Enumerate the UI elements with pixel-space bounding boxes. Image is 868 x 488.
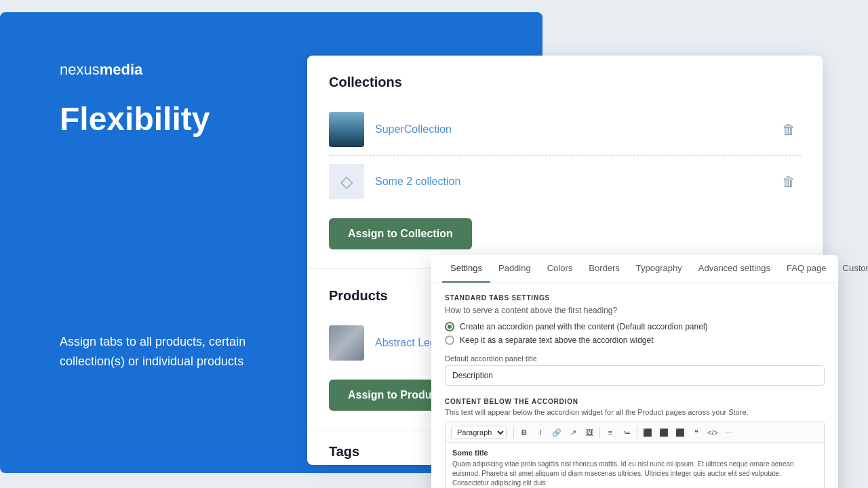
- logo: nexusmedia: [60, 61, 142, 79]
- collection-item-some2: ◇ Some 2 collection 🗑: [329, 156, 801, 207]
- radio-accordion[interactable]: Create an accordion panel with the conte…: [445, 322, 825, 331]
- radio-separate-label: Keep it as a separate text above the acc…: [460, 336, 654, 345]
- logo-text-part1: nexus: [60, 61, 100, 78]
- toolbar-sep-1: [513, 427, 514, 438]
- standard-tabs-settings-label: STANDARD TABS SETTINGS: [445, 294, 825, 302]
- some2collection-name: Some 2 collection: [375, 176, 776, 188]
- link-button[interactable]: 🔗: [549, 425, 564, 440]
- align-center-button[interactable]: ⬛: [656, 425, 671, 440]
- editor-content-title: Some title: [452, 449, 817, 457]
- settings-tabs-bar: Settings Padding Colors Borders Typograp…: [431, 255, 838, 283]
- tab-borders[interactable]: Borders: [580, 255, 628, 283]
- code-button[interactable]: </>: [705, 425, 720, 440]
- radio-separate-text[interactable]: Keep it as a separate text above the acc…: [445, 336, 825, 345]
- tab-colors[interactable]: Colors: [539, 255, 581, 283]
- abstract-thumbnail: [329, 325, 364, 361]
- settings-panel: Settings Padding Colors Borders Typograp…: [431, 255, 838, 488]
- more-options-button[interactable]: ⋯: [722, 425, 736, 440]
- bold-button[interactable]: B: [517, 425, 532, 440]
- editor-content-body: Quam adipiscing vitae proin sagittis nis…: [452, 460, 817, 488]
- tab-faq[interactable]: FAQ page: [778, 255, 835, 283]
- collections-title: Collections: [329, 75, 801, 90]
- editor-toolbar: Paragraph B I 🔗 ↗ 🖼 ≡ ≔ ⬛ ⬛ ⬛ ❝ </> ⋯: [445, 422, 825, 443]
- delete-supercollection-icon[interactable]: 🗑: [776, 119, 801, 140]
- supercollection-image: [329, 112, 364, 147]
- align-left-button[interactable]: ⬛: [640, 425, 655, 440]
- toolbar-sep-2: [599, 427, 600, 438]
- some2collection-image: ◇: [329, 164, 364, 199]
- italic-button[interactable]: I: [533, 425, 548, 440]
- image-button[interactable]: 🖼: [582, 425, 597, 440]
- tab-typography[interactable]: Typography: [628, 255, 690, 283]
- hero-heading: Flexibility: [60, 102, 210, 138]
- content-below-desc: This text will appear below the accordio…: [445, 408, 825, 416]
- default-panel-title-label: Default accordion panel title: [445, 354, 825, 363]
- radio-accordion-indicator: [445, 322, 454, 331]
- heading-question-label: How to serve a content above the first h…: [445, 306, 825, 315]
- default-panel-title-input[interactable]: [445, 365, 825, 386]
- content-below-title: CONTENT BELOW THE ACCORDION: [445, 398, 825, 405]
- editor-content[interactable]: Some title Quam adipiscing vitae proin s…: [445, 443, 825, 488]
- collections-section: Collections SuperCollection 🗑 ◇ Some 2 c…: [307, 56, 823, 268]
- tab-advanced[interactable]: Advanced settings: [690, 255, 778, 283]
- diamond-thumbnail: ◇: [329, 164, 364, 199]
- paragraph-select[interactable]: Paragraph: [451, 426, 507, 439]
- collection-item-supercollection: SuperCollection 🗑: [329, 104, 801, 156]
- abstract-product-image: [329, 325, 364, 361]
- hero-description: Assign tabs to all products, certain col…: [60, 332, 277, 371]
- delete-some2collection-icon[interactable]: 🗑: [776, 171, 801, 192]
- toolbar-sep-3: [637, 427, 637, 438]
- supercollection-name: SuperCollection: [375, 123, 776, 136]
- tab-settings[interactable]: Settings: [442, 255, 490, 283]
- blockquote-button[interactable]: ❝: [689, 425, 704, 440]
- settings-body: STANDARD TABS SETTINGS How to serve a co…: [431, 283, 838, 488]
- ordered-list-button[interactable]: ≔: [619, 425, 634, 440]
- unordered-list-button[interactable]: ≡: [603, 425, 618, 440]
- align-right-button[interactable]: ⬛: [673, 425, 688, 440]
- tab-padding[interactable]: Padding: [490, 255, 539, 283]
- radio-separate-indicator: [445, 336, 454, 345]
- radio-group: Create an accordion panel with the conte…: [445, 322, 825, 345]
- assign-to-collection-button[interactable]: Assign to Collection: [329, 218, 472, 249]
- landscape-thumbnail: [329, 112, 364, 147]
- external-link-button[interactable]: ↗: [566, 425, 580, 440]
- radio-accordion-label: Create an accordion panel with the conte…: [460, 322, 708, 331]
- logo-text-part2: media: [100, 61, 143, 78]
- tab-custom-css[interactable]: Custom CSS: [835, 255, 868, 283]
